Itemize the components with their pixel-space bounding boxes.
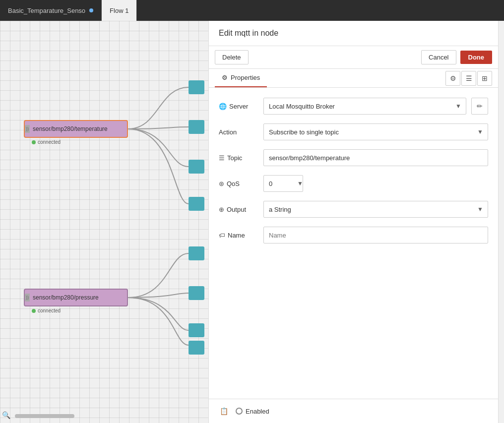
gear-icon: ⚙ [222, 74, 228, 81]
server-row: 🌐 Server Local Mosquitto Broker ▼ ✏ [219, 98, 488, 115]
tab-bar: Basic_Temparature_Senso Flow 1 [0, 0, 504, 21]
output-label-text: Output [227, 206, 246, 213]
node-status-pressure: connected [32, 308, 61, 313]
enabled-label: Enabled [246, 408, 269, 415]
edit-panel-toolbar: Delete Cancel Done [209, 46, 498, 69]
output-select[interactable]: a String a Buffer auto-detect [263, 201, 488, 218]
topic-label-text: Topic [227, 154, 242, 162]
status-text: connected [38, 308, 61, 313]
delete-button[interactable]: Delete [215, 50, 249, 64]
tab-label: Flow 1 [110, 7, 128, 14]
teal-node-4[interactable] [189, 197, 204, 211]
qos-label: ⊛ QoS [219, 180, 258, 187]
tab-basic-temperature[interactable]: Basic_Temparature_Senso [0, 0, 102, 21]
tab-icons-right: ⚙ ☰ ⊞ [445, 71, 492, 86]
globe-icon: 🌐 [219, 103, 227, 110]
mqtt-node-pressure[interactable]: )) sensor/bmp280/pressure connected [24, 289, 128, 306]
mqtt-node-temperature[interactable]: )) sensor/bmp280/temperature connected [24, 120, 128, 138]
action-label: Action [219, 128, 258, 136]
node-port-left: )) [25, 294, 30, 302]
name-label-text: Name [228, 232, 245, 239]
teal-node-2[interactable] [189, 120, 204, 134]
tab-properties-label: Properties [231, 74, 260, 81]
tab-icon-doc[interactable]: ☰ [461, 71, 476, 86]
output-select-wrap: a String a Buffer auto-detect ▼ [263, 201, 488, 218]
enabled-circle [236, 408, 243, 415]
node-label-temperature: sensor/bmp280/temperature [33, 125, 127, 132]
enabled-indicator: Enabled [236, 408, 269, 415]
server-select-wrap: Local Mosquitto Broker ▼ [263, 98, 466, 115]
teal-node-6[interactable] [189, 286, 204, 300]
panel-title: Edit mqtt in node [219, 29, 278, 37]
teal-node-1[interactable] [189, 80, 204, 94]
action-select-wrap: Subscribe to single topic ▼ [263, 123, 488, 140]
tag-icon: 🏷 [219, 232, 225, 239]
main-layout: )) sensor/bmp280/temperature connected )… [0, 21, 504, 423]
server-select[interactable]: Local Mosquitto Broker [263, 98, 466, 115]
props-tab-bar: ⚙ Properties ⚙ ☰ ⊞ [209, 69, 498, 88]
list-icon: ☰ [219, 154, 225, 162]
edit-panel-header: Edit mqtt in node [209, 21, 498, 46]
status-text: connected [38, 139, 61, 145]
tab-indicator [89, 8, 93, 12]
wires-svg [0, 21, 208, 423]
server-label-text: Server [229, 103, 248, 110]
tab-icon-grid[interactable]: ⊞ [477, 71, 492, 86]
topic-input[interactable] [263, 149, 488, 166]
teal-node-8[interactable] [189, 341, 204, 355]
qos-icon: ⊛ [219, 180, 224, 187]
flow-canvas[interactable]: )) sensor/bmp280/temperature connected )… [0, 21, 208, 423]
status-dot [32, 309, 36, 313]
form-body: 🌐 Server Local Mosquitto Broker ▼ ✏ Acti… [209, 88, 498, 399]
tab-label: Basic_Temparature_Senso [8, 7, 85, 14]
output-icon: ⊕ [219, 206, 224, 213]
qos-row: ⊛ QoS 0 1 2 ▼ [219, 175, 488, 192]
tab-properties[interactable]: ⚙ Properties [215, 69, 267, 87]
action-row: Action Subscribe to single topic ▼ [219, 123, 488, 140]
right-scrollbar[interactable] [498, 21, 504, 423]
tab-flow1[interactable]: Flow 1 [102, 0, 137, 21]
cancel-button[interactable]: Cancel [421, 50, 456, 64]
search-icon[interactable]: 🔍 [2, 411, 10, 419]
server-edit-button[interactable]: ✏ [471, 98, 488, 115]
qos-label-text: QoS [227, 180, 240, 187]
status-dot [32, 140, 36, 144]
node-label-pressure: sensor/bmp280/pressure [33, 294, 127, 301]
name-row: 🏷 Name [219, 227, 488, 243]
footer-book-icon[interactable]: 📋 [217, 404, 231, 418]
name-input[interactable] [263, 227, 488, 243]
output-label: ⊕ Output [219, 206, 258, 213]
teal-node-7[interactable] [189, 323, 204, 337]
server-label: 🌐 Server [219, 103, 258, 110]
edit-panel: Edit mqtt in node Delete Cancel Done ⚙ P… [208, 21, 498, 423]
edit-panel-footer: 📋 Enabled [209, 399, 498, 423]
node-port-left: )) [25, 125, 30, 133]
output-row: ⊕ Output a String a Buffer auto-detect ▼ [219, 201, 488, 218]
teal-node-3[interactable] [189, 160, 204, 174]
action-label-text: Action [219, 128, 237, 136]
node-status-temperature: connected [32, 139, 61, 145]
name-label: 🏷 Name [219, 232, 258, 239]
topic-row: ☰ Topic [219, 149, 488, 166]
qos-select-wrap: 0 1 2 ▼ [263, 175, 308, 192]
action-select[interactable]: Subscribe to single topic [263, 123, 488, 140]
qos-select[interactable]: 0 1 2 [263, 175, 303, 192]
topic-label: ☰ Topic [219, 154, 258, 162]
canvas-bottom-icons: 🔍 [2, 411, 10, 419]
teal-node-5[interactable] [189, 246, 204, 260]
tab-icon-gear[interactable]: ⚙ [445, 71, 460, 86]
canvas-scrollbar[interactable] [15, 414, 74, 418]
done-button[interactable]: Done [460, 51, 493, 64]
